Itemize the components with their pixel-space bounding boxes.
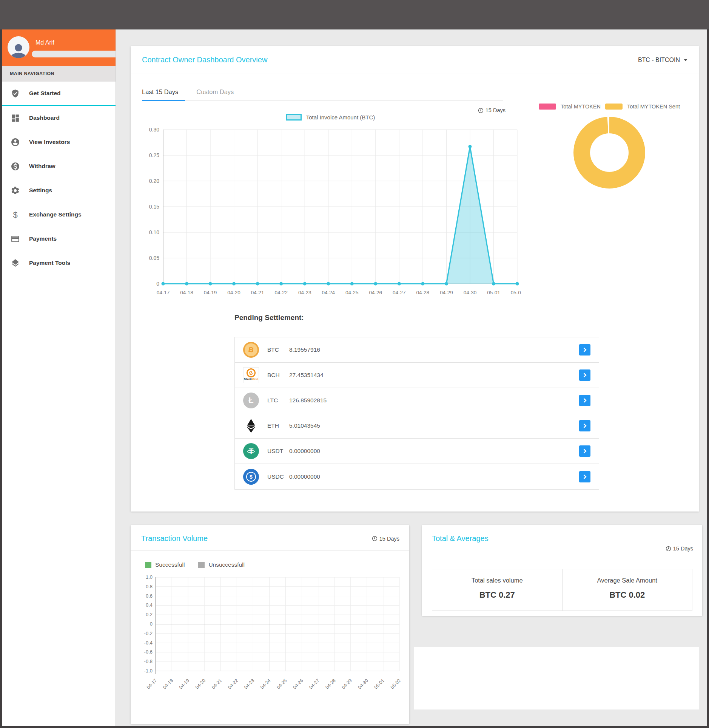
svg-text:0: 0 <box>150 621 153 627</box>
pending-settlement-list: BBTC8.19557916BBitcoinCashBCH27.45351434… <box>234 337 599 490</box>
coin-amount: 8.19557916 <box>289 346 320 353</box>
svg-text:0: 0 <box>156 281 159 287</box>
sidebar: Md Arif MAIN NAVIGATION Get StartedDashb… <box>2 29 116 726</box>
coin-symbol: USDT <box>267 448 285 454</box>
svg-text:04-26: 04-26 <box>369 290 382 295</box>
clock-icon <box>478 108 484 113</box>
transaction-volume-header: Transaction Volume 15 Days <box>131 525 409 551</box>
coin-symbol: USDC <box>267 473 285 480</box>
tabs: Last 15 Days Custom Days <box>142 85 503 101</box>
sidebar-item-payments[interactable]: Payments <box>2 227 116 251</box>
coin-amount: 126.85902815 <box>289 397 327 404</box>
period-badge-label: 15 Days <box>486 107 506 113</box>
invoice-area-chart: 0.300.250.200.150.100.05004-1704-1804-19… <box>140 121 521 310</box>
sidebar-item-settings[interactable]: Settings <box>2 178 116 202</box>
svg-text:05-01: 05-01 <box>487 290 500 295</box>
svg-text:04-22: 04-22 <box>274 290 288 295</box>
settle-eth-button[interactable] <box>579 420 590 431</box>
svg-text:0.2: 0.2 <box>146 612 153 617</box>
clock-icon <box>372 536 378 541</box>
invoice-chart-legend: Total Invoice Amount (BTC) <box>140 114 521 121</box>
svg-text:04-24: 04-24 <box>259 678 272 690</box>
bitcoin-cash-icon: BBitcoinCash <box>243 367 259 383</box>
pending-row-bch: BBitcoinCashBCH27.45351434 <box>235 363 599 388</box>
usd-coin-icon: $ <box>243 469 259 485</box>
svg-text:$: $ <box>13 210 17 219</box>
settle-ltc-button[interactable] <box>579 395 590 406</box>
page-title: Contract Owner Dashboard Overview <box>142 56 267 64</box>
sidebar-item-exchange-settings[interactable]: $Exchange Settings <box>2 202 116 227</box>
sidebar-item-dashboard[interactable]: Dashboard <box>2 106 116 130</box>
total-sales-volume-header: Total sales volume <box>435 577 559 584</box>
totals-card-title: Total & Averages <box>432 534 489 543</box>
legend-label-unsuccessfull: Unsuccessfull <box>208 561 245 568</box>
sidebar-item-label: Payments <box>29 235 57 242</box>
invoice-chart-block: Total Invoice Amount (BTC) 0.300.250.200… <box>140 114 521 312</box>
sidebar-item-withdraw[interactable]: Withdraw <box>2 154 116 178</box>
settle-usdt-button[interactable] <box>579 445 590 457</box>
dashboard-grid-icon <box>11 113 20 123</box>
sidebar-item-get-started[interactable]: Get Started <box>2 82 116 106</box>
svg-text:0.30: 0.30 <box>149 127 159 133</box>
totals-card: Total & Averages 15 Days Total sales vol… <box>422 525 702 616</box>
tab-custom-days[interactable]: Custom Days <box>196 85 240 101</box>
sidebar-item-payment-tools[interactable]: Payment Tools <box>2 251 116 275</box>
period-badge: 15 Days <box>666 546 693 552</box>
legend-swatch <box>286 114 302 121</box>
sidebar-item-label: Settings <box>29 187 52 194</box>
transaction-volume-chart: 1.00.80.60.40.20-0.2-0.4-0.6-0.8-1.004-1… <box>134 572 406 720</box>
svg-text:04-25: 04-25 <box>276 678 288 690</box>
svg-text:04-23: 04-23 <box>298 290 311 295</box>
legend-label: Total Invoice Amount (BTC) <box>306 114 375 121</box>
svg-text:0.10: 0.10 <box>149 229 159 235</box>
mytoken-donut-block: Total MYTOKEN Total MYTOKEN Sent <box>526 104 692 190</box>
sidebar-item-label: Exchange Settings <box>29 211 82 218</box>
period-badge: 15 Days <box>372 536 399 542</box>
pending-row-usdt: TUSDT0.00000000 <box>235 439 599 464</box>
litecoin-coin-icon: Ł <box>243 393 259 408</box>
svg-text:04-29: 04-29 <box>341 678 353 690</box>
gear-icon <box>11 186 20 195</box>
svg-text:04-18: 04-18 <box>180 290 193 295</box>
svg-text:-0.4: -0.4 <box>144 640 153 646</box>
legend-swatch-total-mytoken-sent <box>605 104 623 110</box>
svg-text:04-22: 04-22 <box>227 678 239 690</box>
svg-text:04-26: 04-26 <box>292 678 304 690</box>
settle-btc-button[interactable] <box>579 344 590 355</box>
legend-label-successfull: Successfull <box>155 561 185 568</box>
svg-text:0.8: 0.8 <box>146 584 153 589</box>
svg-text:05-01: 05-01 <box>373 678 386 690</box>
svg-text:04-20: 04-20 <box>227 290 240 295</box>
settle-bch-button[interactable] <box>579 369 590 381</box>
dollar-sign-icon: $ <box>11 210 20 219</box>
svg-text:04-23: 04-23 <box>243 678 256 690</box>
person-icon <box>10 43 27 58</box>
average-sale-amount-value: BTC 0.02 <box>566 590 689 600</box>
pending-settlement-heading: Pending Settlement: <box>234 314 599 322</box>
svg-text:04-25: 04-25 <box>345 290 359 295</box>
period-badge-label: 15 Days <box>379 536 399 542</box>
transaction-volume-title: Transaction Volume <box>141 534 208 543</box>
shield-check-icon <box>11 89 20 98</box>
chevron-right-icon <box>582 398 587 403</box>
totals-card-header: Total & Averages 15 Days <box>422 525 702 559</box>
legend-swatch-unsuccessfull <box>198 562 205 568</box>
svg-text:04-19: 04-19 <box>178 678 191 690</box>
avatar <box>8 36 29 58</box>
user-panel: Md Arif <box>2 29 116 66</box>
sidebar-item-view-investors[interactable]: View Investors <box>2 130 116 154</box>
sidebar-item-label: Get Started <box>29 90 61 97</box>
settle-usdc-button[interactable] <box>579 471 590 482</box>
svg-text:0.05: 0.05 <box>149 255 159 261</box>
currency-selector[interactable]: BTC - BITCOIN <box>638 57 687 63</box>
tab-last-15-days[interactable]: Last 15 Days <box>142 85 185 101</box>
chevron-right-icon <box>582 448 587 454</box>
pending-row-usdc: $USDC0.00000000 <box>235 464 599 489</box>
svg-text:-0.8: -0.8 <box>144 658 153 664</box>
transaction-volume-legend: Successfull Unsuccessfull <box>145 561 409 568</box>
svg-text:04-30: 04-30 <box>357 678 369 690</box>
svg-text:04-19: 04-19 <box>204 290 217 295</box>
tether-icon: T <box>243 443 259 459</box>
coin-amount: 27.45351434 <box>289 372 324 379</box>
average-sale-amount-cell: Average Sale Amount BTC 0.02 <box>563 569 692 611</box>
